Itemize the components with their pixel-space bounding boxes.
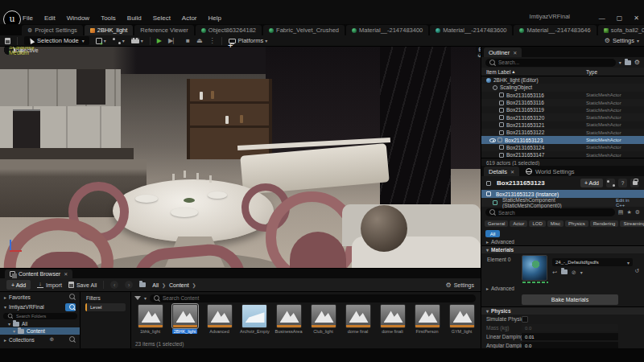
gear-icon[interactable]: ⚙: [634, 59, 640, 66]
cinematics-dropdown[interactable]: ▾: [131, 38, 143, 43]
gear-icon[interactable]: ⚙: [635, 209, 640, 216]
asset-tile[interactable]: 1bhk_light: [134, 304, 166, 334]
folder-add-icon[interactable]: [625, 60, 631, 65]
asset-tile[interactable]: dome final: [342, 304, 374, 334]
close-icon[interactable]: ✕: [510, 169, 514, 175]
level-filter-chip[interactable]: Level: [85, 303, 126, 311]
asset-tile[interactable]: Archviz_Empty: [238, 304, 270, 334]
visibility-eye-icon[interactable]: [489, 138, 496, 142]
tree-item-all[interactable]: ▾ All: [0, 320, 80, 327]
category-tab[interactable]: Actor: [510, 220, 527, 227]
filter-funnel-icon[interactable]: [134, 296, 141, 300]
search-folders-button[interactable]: [65, 303, 76, 311]
asset-tile[interactable]: dome finali: [377, 304, 408, 334]
breadcrumb-content[interactable]: Content: [169, 282, 189, 288]
clear-icon[interactable]: ⊘: [572, 269, 576, 276]
outliner-row[interactable]: Box2131653122 StaticMeshActor: [481, 129, 644, 136]
save-icon[interactable]: [5, 38, 10, 44]
editor-tab[interactable]: Material__-2147483600: [430, 25, 512, 35]
outliner-row[interactable]: Box2131653124 StaticMeshActor: [481, 144, 644, 151]
tab-details[interactable]: Details ✕: [484, 167, 519, 176]
category-tab[interactable]: Physics: [565, 220, 588, 227]
category-tab[interactable]: LOD: [529, 220, 545, 227]
menu-item[interactable]: Edit: [44, 14, 56, 22]
asset-tile[interactable]: Club_light: [308, 304, 339, 334]
stop-button[interactable]: ■: [186, 37, 190, 44]
bake-materials-button[interactable]: Bake Materials: [522, 294, 618, 305]
outliner-row[interactable]: Box2131653121 StaticMeshActor: [481, 121, 644, 129]
minimize-icon[interactable]: —: [599, 14, 605, 22]
search-icon[interactable]: [69, 294, 76, 300]
tab-content-browser[interactable]: Content Browser ✕: [5, 269, 72, 278]
collections-header[interactable]: ▸Collections ⊕: [0, 335, 80, 344]
menu-item[interactable]: Tools: [101, 14, 116, 22]
project-root-row[interactable]: ▾ImtiyazVRFinal: [0, 302, 80, 312]
browse-icon[interactable]: [561, 269, 568, 274]
search-icon[interactable]: [69, 336, 76, 343]
folder-search-input[interactable]: [3, 313, 77, 319]
editor-tab[interactable]: Reference Viewer: [134, 25, 193, 35]
all-filter-chip[interactable]: All: [485, 230, 500, 237]
add-button[interactable]: + Add: [6, 280, 31, 290]
asset-tile[interactable]: 2BHK_light: [169, 304, 200, 334]
frame-skip-button[interactable]: ▶⎸: [168, 37, 180, 45]
asset-tile[interactable]: FirstPerson: [411, 304, 443, 334]
grid-view-icon[interactable]: ▤: [618, 209, 624, 216]
outliner-row[interactable]: Box2131653123 StaticMeshActor: [481, 136, 644, 143]
use-selected-icon[interactable]: ↩: [552, 269, 557, 276]
close-icon[interactable]: ✕: [513, 50, 517, 56]
kebab-menu-icon[interactable]: ⋮: [208, 37, 215, 44]
outliner-row[interactable]: Box2131653116 StaticMeshActor: [481, 92, 644, 99]
menu-item[interactable]: Build: [127, 14, 142, 22]
favorites-header[interactable]: ▸Favorites: [0, 292, 80, 302]
reset-to-default-icon[interactable]: ↺: [634, 268, 639, 274]
blueprint-convert-icon[interactable]: [606, 179, 615, 187]
linear-damping-field[interactable]: 0.01: [522, 333, 618, 340]
outliner-row[interactable]: Box2131653119 StaticMeshActor: [481, 106, 644, 113]
editor-tab[interactable]: sofa_ball2_01: [598, 25, 644, 35]
add-actor-dropdown[interactable]: ▾: [96, 38, 106, 44]
add-collection-icon[interactable]: ⊕: [49, 336, 54, 343]
physics-section-header[interactable]: ▾Physics: [481, 306, 644, 315]
lock-icon[interactable]: [630, 179, 639, 187]
blueprints-dropdown[interactable]: ▾: [113, 38, 125, 44]
tree-item-content[interactable]: ▾ Content: [0, 327, 80, 335]
editor-tab[interactable]: Material__-2147483400: [346, 25, 428, 35]
chevron-down-icon[interactable]: ▾: [144, 295, 147, 301]
menu-item[interactable]: Select: [153, 14, 171, 22]
chevron-down-icon[interactable]: ▾: [619, 60, 621, 65]
favorites-star-icon[interactable]: ★: [626, 209, 631, 216]
advanced-section-2[interactable]: ▸Advanced: [481, 284, 644, 292]
outliner-row[interactable]: Box2131653120 StaticMeshActor: [481, 113, 644, 121]
outliner-row[interactable]: Box2131653116 StaticMeshActor: [481, 99, 644, 106]
menu-item[interactable]: Actor: [182, 14, 197, 22]
chevron-down-icon[interactable]: ▾: [580, 269, 583, 276]
maximize-icon[interactable]: ▢: [617, 14, 623, 22]
advanced-section-1[interactable]: ▸Advanced: [481, 237, 644, 245]
save-all-button[interactable]: Save All: [68, 282, 97, 288]
forward-icon[interactable]: ›: [125, 281, 133, 289]
settings-dropdown[interactable]: ⚙ Settings ▾: [605, 37, 639, 44]
back-icon[interactable]: ‹: [110, 281, 118, 289]
editor-tab[interactable]: Object863264182: [196, 25, 262, 35]
item-label-column[interactable]: Item Label: [486, 69, 510, 75]
maximize-viewport-button[interactable]: ⊞: [476, 47, 481, 55]
asset-tile[interactable]: GYM_light: [446, 304, 477, 334]
help-icon[interactable]: ?: [618, 179, 627, 187]
import-button[interactable]: ↓Import: [37, 282, 62, 288]
tab-world-settings[interactable]: World Settings: [521, 167, 580, 176]
editor-tab[interactable]: ⚙ Project Settings: [22, 25, 83, 35]
material-thumbnail[interactable]: [522, 255, 547, 281]
close-icon[interactable]: ✕: [64, 271, 68, 277]
editor-tab[interactable]: Material__-2147483646: [514, 25, 596, 35]
menu-item[interactable]: Help: [208, 14, 221, 22]
details-search-input[interactable]: [485, 208, 615, 216]
tab-outliner[interactable]: Outliner ✕: [484, 47, 522, 57]
outliner-search-input[interactable]: [485, 59, 616, 67]
play-button[interactable]: ▶: [157, 37, 162, 44]
editor-tab[interactable]: Fabric_Velvet_Crushed: [263, 25, 345, 35]
category-tab[interactable]: Streaming: [620, 220, 644, 227]
outliner-row[interactable]: Box2131653147 StaticMeshActor: [481, 151, 644, 158]
menu-item[interactable]: File: [23, 14, 33, 22]
category-tab[interactable]: Rendering: [590, 220, 619, 227]
